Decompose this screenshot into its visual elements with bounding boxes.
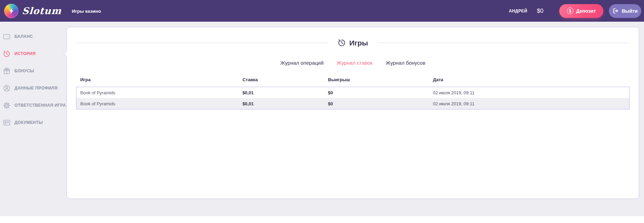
tab-operations-journal[interactable]: Журнал операций (280, 60, 324, 66)
sidebar-item-profile-data[interactable]: ДАННЫЕ ПРОФИЛЯ (0, 79, 66, 97)
page-title: Игры (349, 39, 368, 47)
slotum-logo-text: Slotum (22, 6, 62, 16)
nav-casino-games[interactable]: Игры казино (72, 9, 101, 14)
title-row: Игры (76, 39, 630, 47)
top-header: Slotum Игры казино АНДРЕЙ $0 $ Депозит (0, 0, 644, 22)
sidebar-item-label: ИСТОРИЯ (14, 51, 35, 56)
column-header-date: Дата (433, 77, 629, 82)
sidebar-item-bonuses[interactable]: БОНУСЫ (0, 62, 66, 79)
column-header-game: Игра (77, 77, 242, 82)
app-root: Slotum Игры казино АНДРЕЙ $0 $ Депозит (0, 0, 644, 223)
table-header-row: Игра Ставка Выигрыш Дата (76, 77, 630, 87)
bets-table: Игра Ставка Выигрыш Дата Book of Pyramid… (76, 77, 630, 109)
deposit-button[interactable]: $ Депозит (559, 4, 603, 18)
column-header-win: Выигрыш (328, 77, 433, 82)
sidebar-item-label: БАЛАНС (14, 34, 33, 39)
sidebar-item-history[interactable]: ИСТОРИЯ (0, 45, 66, 62)
cell-game: Book of Pyramids (77, 101, 242, 106)
sidebar-item-label: ОТВЕТСТВЕННАЯ ИГРА (14, 103, 66, 108)
table-body: Book of Pyramids $0,01 $0 02 июля 2019, … (76, 87, 630, 109)
id-card-icon (3, 119, 11, 127)
logout-button[interactable]: Выйти (609, 4, 641, 18)
table-row: Book of Pyramids $0,01 $0 02 июля 2019, … (76, 98, 629, 109)
history-title-icon (337, 39, 346, 47)
cell-game: Book of Pyramids (77, 90, 242, 95)
table-row: Book of Pyramids $0,01 $0 02 июля 2019, … (76, 87, 629, 98)
gear-icon (3, 102, 11, 109)
slotum-logo[interactable]: Slotum (4, 4, 61, 18)
cell-bet: $0,01 (242, 90, 328, 95)
gift-icon (3, 67, 11, 75)
header-right-group: АНДРЕЙ $0 $ Депозит Выйти (509, 4, 641, 18)
cell-win: $0 (328, 101, 433, 106)
history-panel: Игры Журнал операций Журнал ставок Журна… (66, 27, 639, 199)
journal-tabs: Журнал операций Журнал ставок Журнал бон… (76, 60, 630, 66)
sidebar-item-balance[interactable]: БАЛАНС (0, 28, 66, 45)
deposit-button-label: Депозит (576, 8, 596, 14)
title-divider-right (377, 43, 630, 43)
cell-date: 02 июля 2019, 09:11 (433, 90, 629, 95)
column-header-bet: Ставка (242, 77, 328, 82)
sidebar-item-label: ДАННЫЕ ПРОФИЛЯ (14, 86, 58, 91)
logout-icon (612, 8, 619, 14)
footer-strip (0, 216, 644, 223)
cell-win: $0 (328, 90, 433, 95)
cell-bet: $0,01 (242, 101, 328, 106)
history-icon (3, 50, 11, 58)
profile-icon (3, 84, 11, 92)
sidebar-item-responsible-gaming[interactable]: ОТВЕТСТВЕННАЯ ИГРА (0, 97, 66, 114)
header-nav: Игры казино (72, 8, 101, 14)
tab-bets-journal[interactable]: Журнал ставок (337, 60, 373, 66)
title-divider-left (76, 43, 329, 43)
tab-bonuses-journal[interactable]: Журнал бонусов (386, 60, 425, 66)
logout-button-label: Выйти (622, 8, 637, 14)
sidebar-item-label: ДОКУМЕНТЫ (14, 120, 43, 125)
sidebar-item-label: БОНУСЫ (14, 68, 34, 73)
main-area: Игры Журнал операций Журнал ставок Журна… (66, 22, 644, 216)
username-label: АНДРЕЙ (509, 9, 528, 13)
wallet-icon (3, 33, 11, 41)
balance-value: $0 (537, 8, 543, 14)
page-body: БАЛАНС ИСТОРИЯ (0, 22, 644, 216)
account-sidebar: БАЛАНС ИСТОРИЯ (0, 22, 66, 216)
dollar-circle-icon: $ (567, 8, 573, 14)
cell-date: 02 июля 2019, 09:11 (433, 101, 629, 106)
slotum-logo-icon (4, 4, 19, 18)
sidebar-item-documents[interactable]: ДОКУМЕНТЫ (0, 114, 66, 131)
